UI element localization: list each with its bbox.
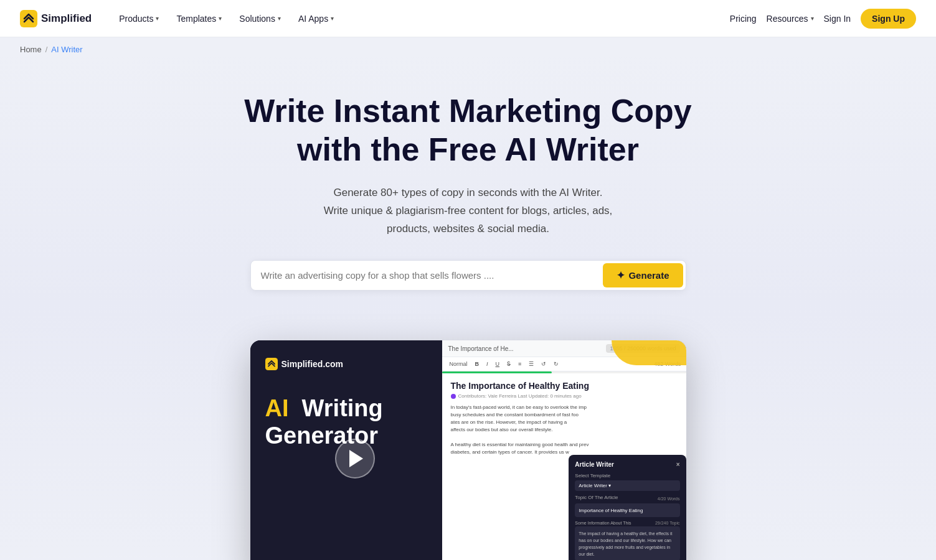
ai-apps-chevron-icon: ▾	[331, 15, 334, 22]
meta-dot-icon	[451, 394, 456, 399]
doc-title-small: The Importance of He...	[448, 345, 514, 352]
nav-products[interactable]: Products ▾	[111, 9, 166, 29]
nav-resources[interactable]: Resources ▾	[767, 14, 814, 24]
ai-sidebar-close[interactable]: ×	[676, 461, 680, 468]
document-title: The Importance of Healthy Eating	[451, 381, 678, 391]
hero-title: Write Instant Marketing Copy with the Fr…	[235, 91, 702, 169]
video-section: Simplified.com AI Writing Generator The …	[0, 303, 936, 560]
breadcrumb: Home / AI Writer	[0, 37, 936, 54]
nav-templates[interactable]: Templates ▾	[169, 9, 229, 29]
generate-icon: ✦	[617, 269, 625, 281]
search-bar: ✦ Generate	[250, 260, 686, 291]
toolbar-italic[interactable]: I	[484, 360, 491, 368]
nav-links: Products ▾ Templates ▾ Solutions ▾ AI Ap…	[111, 9, 730, 29]
ai-topic-row: Topic Of The Article 4/20 Words	[575, 495, 679, 502]
toolbar-redo[interactable]: ↻	[551, 360, 561, 368]
ai-template-label: Select Template	[575, 473, 679, 478]
ai-sidebar-panel: Article Writer × Select Template Article…	[569, 455, 686, 560]
video-container: Simplified.com AI Writing Generator The …	[250, 340, 686, 560]
resources-chevron-icon: ▾	[811, 15, 814, 22]
nav-signup-button[interactable]: Sign Up	[861, 9, 916, 29]
brand-logo[interactable]: Simplified	[20, 10, 92, 27]
breadcrumb-current: AI Writer	[51, 45, 82, 54]
simplified-logo-icon	[20, 10, 37, 27]
ai-info-block: The impact of having a healthy diet, the…	[575, 526, 679, 560]
hero-subtitle: Generate 80+ types of copy in seconds wi…	[324, 184, 613, 238]
toolbar-strikethrough[interactable]: S̶	[504, 360, 513, 368]
svg-rect-0	[20, 10, 37, 27]
ai-topic-value: Importance of Healthy Eating	[575, 503, 679, 517]
toolbar-normal[interactable]: Normal	[447, 360, 470, 368]
breadcrumb-home[interactable]: Home	[20, 45, 42, 54]
toolbar-underline[interactable]: U	[493, 360, 503, 368]
nav-ai-apps[interactable]: AI Apps ▾	[291, 9, 341, 29]
svg-rect-1	[265, 358, 278, 370]
templates-chevron-icon: ▾	[219, 15, 222, 22]
play-button[interactable]	[335, 439, 375, 478]
toolbar-format2[interactable]: ☰	[526, 360, 536, 368]
toolbar-undo[interactable]: ↺	[539, 360, 549, 368]
breadcrumb-separator: /	[45, 45, 48, 54]
products-chevron-icon: ▾	[156, 15, 159, 22]
toolbar-format1[interactable]: ≡	[516, 360, 524, 368]
document-body: In today's fast-paced world, it can be e…	[451, 404, 678, 456]
hero-section: Write Instant Marketing Copy with the Fr…	[0, 54, 936, 303]
generate-button[interactable]: ✦ Generate	[603, 263, 683, 287]
video-editor-panel: The Importance of He... 1655 / 250000 wo…	[442, 340, 686, 560]
document-meta: Contributors: Vale Ferreira Last Updated…	[451, 393, 678, 399]
solutions-chevron-icon: ▾	[278, 15, 281, 22]
ai-template-select[interactable]: Article Writer ▾	[575, 480, 679, 491]
ai-section-row: Some Information About This 29/240 Topic	[575, 521, 679, 525]
navbar: Simplified Products ▾ Templates ▾ Soluti…	[0, 0, 936, 37]
video-brand-text: Simplified.com	[281, 359, 344, 369]
video-brand-icon	[265, 358, 278, 370]
search-input[interactable]	[261, 270, 603, 281]
navbar-right: Pricing Resources ▾ Sign In Sign Up	[730, 9, 916, 29]
ai-sidebar-title: Article Writer ×	[575, 461, 679, 468]
brand-name: Simplified	[41, 12, 92, 25]
nav-solutions[interactable]: Solutions ▾	[232, 9, 288, 29]
video-brand: Simplified.com	[265, 358, 445, 370]
nav-signin[interactable]: Sign In	[824, 14, 851, 24]
play-triangle-icon	[349, 450, 363, 467]
editor-content: The Importance of Healthy Eating Contrib…	[442, 373, 686, 560]
toolbar-bold[interactable]: B	[473, 360, 482, 368]
nav-pricing[interactable]: Pricing	[730, 14, 757, 24]
